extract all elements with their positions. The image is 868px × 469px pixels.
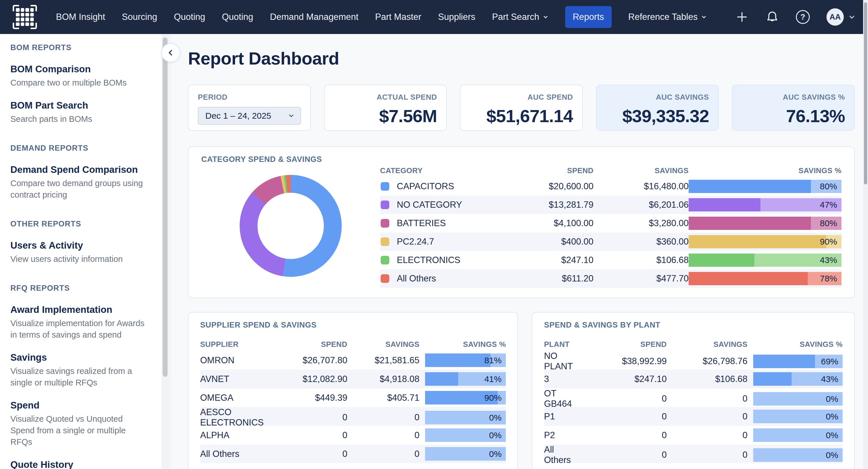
table-row: AESCO ELECTRONICS 0 0 0%	[200, 407, 506, 426]
kpi-actual-spend: ACTUAL SPEND $7.56M	[324, 85, 447, 131]
nav-reference-tables[interactable]: Reference Tables	[628, 12, 707, 22]
table-row: OMEGA $449.39 $405.71 90%	[200, 388, 506, 407]
table-row: OT GB464 0 0 0%	[544, 388, 843, 407]
reports-sidebar: BOM REPORTS BOM Comparison Compare two o…	[0, 34, 171, 469]
table-row: OMRON $26,707.80 $21,581.65 81%	[200, 351, 506, 370]
savings-pct-bar: 41%	[425, 372, 506, 386]
sidebar-item-users-activity[interactable]: Users & Activity View users activity inf…	[10, 240, 147, 265]
nav-reports[interactable]: Reports	[565, 6, 612, 28]
page-scrollbar[interactable]	[863, 0, 868, 469]
savings-pct-bar: 0%	[753, 392, 843, 406]
category-table: CATEGORY SPEND SAVINGS SAVINGS % CAPACIT…	[380, 164, 841, 288]
savings-pct-bar: 0%	[425, 428, 506, 442]
savings-pct-bar: 78%	[689, 272, 841, 285]
sidebar-section-rfq-reports: RFQ REPORTS Award Implementation Visuali…	[10, 284, 147, 469]
chevron-down-icon	[543, 14, 549, 20]
table-row: PC2.24.7 $400.00 $360.00 90%	[380, 233, 841, 251]
section-header: OTHER REPORTS	[10, 220, 147, 229]
period-label: PERIOD	[198, 93, 301, 102]
sidebar-scrollbar-thumb[interactable]	[163, 37, 167, 377]
legend-chip	[381, 219, 389, 228]
nav-sourcing[interactable]: Sourcing	[122, 12, 157, 22]
help-icon[interactable]: ?	[796, 10, 810, 24]
savings-pct-bar: 0%	[753, 448, 843, 462]
sidebar-scrollbar[interactable]	[161, 34, 169, 469]
savings-pct-bar: 43%	[753, 372, 843, 386]
table-header: SUPPLIER SPEND SAVINGS SAVINGS %	[200, 338, 506, 351]
savings-pct-bar: 80%	[689, 216, 841, 230]
notifications-bell-icon[interactable]	[765, 10, 779, 24]
nav-quoting-2[interactable]: Quoting	[222, 12, 253, 22]
avatar[interactable]: AA	[827, 8, 844, 26]
nav-bom-insight[interactable]: BOM Insight	[56, 12, 105, 22]
table-row: BATTERIES $4,100.00 $3,280.00 80%	[380, 214, 841, 233]
category-donut-chart	[201, 175, 380, 277]
chevron-down-icon	[701, 14, 707, 20]
section-header: RFQ REPORTS	[10, 284, 147, 293]
main-nav: BOM Insight Sourcing Quoting Quoting Dem…	[56, 6, 707, 28]
sidebar-item-savings[interactable]: Savings Visualize savings realized from …	[10, 352, 147, 388]
nav-part-master[interactable]: Part Master	[375, 12, 421, 22]
nav-part-search[interactable]: Part Search	[492, 12, 549, 22]
legend-chip	[381, 201, 389, 209]
page-scrollbar-thumb[interactable]	[864, 2, 867, 185]
legend-chip	[381, 182, 389, 191]
sidebar-item-award-implementation[interactable]: Award Implementation Visualize implement…	[10, 304, 147, 340]
panel-title: CATEGORY SPEND & SAVINGS	[201, 155, 322, 164]
table-row: ALPHA 0 0 0%	[200, 426, 506, 444]
sidebar-section-bom-reports: BOM REPORTS BOM Comparison Compare two o…	[10, 43, 147, 125]
category-spend-savings-panel: CATEGORY SPEND & SAVINGS CATEGORY SPEND …	[188, 146, 855, 298]
savings-pct-bar: 0%	[753, 410, 843, 423]
savings-pct-bar: 69%	[753, 355, 843, 368]
period-select[interactable]: Dec 1 – 24, 2025	[198, 107, 301, 125]
sidebar-item-bom-comparison[interactable]: BOM Comparison Compare two or multiple B…	[10, 64, 147, 89]
app-logo-icon[interactable]	[13, 5, 37, 29]
nav-demand-management[interactable]: Demand Management	[270, 12, 359, 22]
table-row: 3 $247.10 $106.68 43%	[544, 370, 843, 388]
savings-pct-bar: 47%	[689, 198, 841, 211]
table-row: NO PLANT $38,992.99 $26,798.76 69%	[544, 351, 843, 370]
nav-quoting-1[interactable]: Quoting	[174, 12, 205, 22]
panel-title: SPEND & SAVINGS BY PLANT	[544, 321, 843, 330]
table-header: CATEGORY SPEND SAVINGS SAVINGS %	[380, 164, 841, 177]
add-icon[interactable]	[735, 10, 749, 24]
savings-pct-bar: 90%	[425, 391, 506, 404]
table-row: CAPACITORS $20,600.00 $16,480.00 80%	[380, 177, 841, 196]
navbar-actions: ? AA	[735, 8, 855, 26]
legend-chip	[381, 274, 389, 283]
table-row: AVNET $12,082.90 $4,918.08 41%	[200, 370, 506, 388]
legend-chip	[381, 256, 389, 264]
period-card: PERIOD Dec 1 – 24, 2025	[188, 85, 311, 131]
table-header: PLANT SPEND SAVINGS SAVINGS %	[544, 338, 843, 351]
savings-pct-bar: 80%	[689, 180, 841, 193]
user-menu[interactable]: AA	[827, 8, 855, 26]
section-header: DEMAND REPORTS	[10, 144, 147, 153]
supplier-spend-savings-panel: SUPPLIER SPEND & SAVINGS SUPPLIER SPEND …	[188, 312, 518, 469]
table-row: All Others 0 0 0%	[544, 444, 843, 463]
top-navbar: BOM Insight Sourcing Quoting Quoting Dem…	[0, 0, 868, 34]
nav-suppliers[interactable]: Suppliers	[438, 12, 475, 22]
sidebar-collapse-button[interactable]	[161, 43, 180, 62]
plant-spend-savings-panel: SPEND & SAVINGS BY PLANT PLANT SPEND SAV…	[532, 312, 855, 469]
savings-pct-bar: 0%	[425, 411, 506, 424]
section-header: BOM REPORTS	[10, 43, 147, 52]
kpi-auc-savings: AUC SAVINGS $39,335.32	[596, 85, 719, 131]
table-row: P2 0 0 0%	[544, 426, 843, 444]
sidebar-item-demand-spend-comparison[interactable]: Demand Spend Comparison Compare two dema…	[10, 164, 147, 201]
sidebar-section-other-reports: OTHER REPORTS Users & Activity View user…	[10, 220, 147, 265]
table-row: NO CATEGORY $13,281.79 $6,201.06 47%	[380, 196, 841, 214]
sidebar-item-spend[interactable]: Spend Visualize Quoted vs Unquoted Spend…	[10, 400, 147, 448]
sidebar-item-bom-part-search[interactable]: BOM Part Search Search parts in BOMs	[10, 100, 147, 125]
kpi-auc-spend: AUC SPEND $51,671.14	[460, 85, 583, 131]
savings-pct-bar: 90%	[689, 235, 841, 248]
chevron-left-icon	[167, 49, 175, 57]
sidebar-item-quote-history[interactable]: Quote History Review a list of quotes ac…	[10, 459, 147, 469]
sidebar-section-demand-reports: DEMAND REPORTS Demand Spend Comparison C…	[10, 144, 147, 201]
chevron-down-icon	[288, 112, 295, 119]
table-row: All Others 0 0 0%	[200, 444, 506, 463]
savings-pct-bar: 0%	[425, 447, 506, 461]
table-row: All Others $611.20 $477.70 78%	[380, 269, 841, 288]
table-row: P1 0 0 0%	[544, 407, 843, 426]
savings-pct-bar: 43%	[689, 254, 841, 267]
legend-chip	[381, 237, 389, 246]
